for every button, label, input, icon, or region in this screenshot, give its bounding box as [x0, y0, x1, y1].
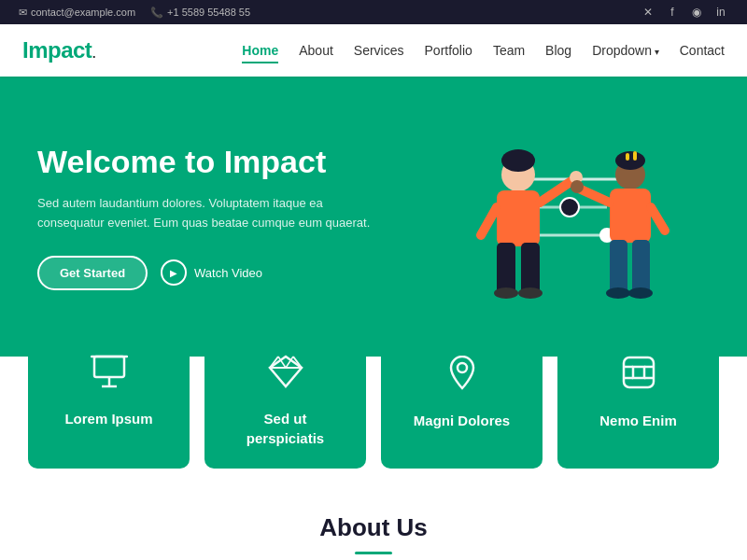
topbar: ✉ contact@example.com 📞 +1 5589 55488 55…: [0, 0, 747, 24]
hero-description: Sed autem laudantium dolores. Voluptatem…: [37, 194, 374, 233]
about-underline: [355, 552, 392, 554]
card-3-title: Magni Dolores: [414, 411, 510, 430]
hero-actions: Get Started ▶ Watch Video: [37, 256, 374, 290]
nav-blog[interactable]: Blog: [545, 39, 571, 62]
about-section: About Us Necesssitatibus eius consequatu…: [0, 487, 747, 560]
phone-item: 📞 +1 5589 55488 55: [150, 7, 250, 19]
svg-rect-24: [610, 240, 627, 294]
svg-rect-39: [624, 357, 654, 387]
social-links: ✕ f ◉ in: [641, 5, 728, 20]
svg-rect-13: [521, 243, 540, 294]
svg-point-17: [615, 151, 645, 170]
email-icon: ✉: [19, 7, 27, 19]
svg-rect-18: [626, 153, 629, 161]
phone-text: +1 5589 55488 55: [167, 7, 250, 18]
hero-illustration: [374, 105, 710, 329]
logo-dot: .: [92, 43, 96, 62]
nav-links: Home About Services Portfolio Team Blog …: [242, 39, 725, 62]
card-2-title: Sed ut perspiciatis: [223, 409, 347, 448]
location-icon: [448, 355, 476, 398]
watch-video-button[interactable]: ▶ Watch Video: [161, 259, 262, 286]
hero-section: Welcome to Impact Sed autem laudantium d…: [0, 77, 747, 357]
card-4-title: Nemo Enim: [599, 411, 677, 430]
card-1-title: Lorem Ipsum: [64, 409, 152, 428]
topbar-contact: ✉ contact@example.com 📞 +1 5589 55488 55: [19, 7, 250, 19]
about-title: About Us: [37, 513, 710, 542]
hero-svg: [430, 114, 710, 329]
facebook-icon[interactable]: f: [665, 5, 680, 20]
svg-point-4: [560, 198, 579, 217]
svg-rect-8: [497, 190, 540, 246]
phone-icon: 📞: [150, 7, 163, 19]
email-item: ✉ contact@example.com: [19, 7, 135, 19]
hero-title: Welcome to Impact: [37, 143, 374, 181]
nav-home[interactable]: Home: [242, 39, 278, 62]
nav-portfolio[interactable]: Portfolio: [425, 39, 472, 62]
watch-video-label: Watch Video: [194, 266, 262, 280]
logo[interactable]: Impact.: [22, 37, 96, 63]
svg-rect-25: [632, 240, 650, 294]
instagram-icon[interactable]: ◉: [689, 5, 704, 20]
svg-point-15: [518, 287, 543, 299]
navbar: Impact. Home About Services Portfolio Te…: [0, 24, 747, 77]
twitter-icon[interactable]: ✕: [641, 5, 655, 20]
linkedin-icon[interactable]: in: [713, 5, 728, 20]
svg-line-11: [481, 207, 497, 235]
svg-rect-28: [94, 357, 124, 377]
svg-point-38: [458, 363, 467, 372]
svg-point-14: [494, 287, 518, 299]
svg-point-22: [571, 180, 584, 193]
svg-rect-20: [610, 189, 651, 243]
nav-contact[interactable]: Contact: [680, 39, 725, 62]
hero-content: Welcome to Impact Sed autem laudantium d…: [37, 143, 374, 289]
svg-rect-19: [633, 151, 637, 161]
email-text: contact@example.com: [31, 7, 135, 18]
play-icon: ▶: [161, 259, 187, 286]
command-icon: [621, 355, 656, 398]
svg-point-7: [501, 149, 535, 172]
svg-rect-12: [497, 243, 515, 294]
svg-point-26: [606, 287, 630, 299]
svg-line-21: [579, 189, 610, 203]
easel-icon: [91, 355, 128, 396]
nav-services[interactable]: Services: [354, 39, 404, 62]
svg-point-27: [628, 287, 653, 299]
nav-about[interactable]: About: [299, 39, 333, 62]
nav-team[interactable]: Team: [493, 39, 525, 62]
get-started-button[interactable]: Get Started: [37, 256, 148, 290]
svg-line-23: [651, 207, 665, 231]
diamond-icon: [268, 355, 303, 396]
nav-dropdown[interactable]: Dropdown: [592, 39, 659, 62]
